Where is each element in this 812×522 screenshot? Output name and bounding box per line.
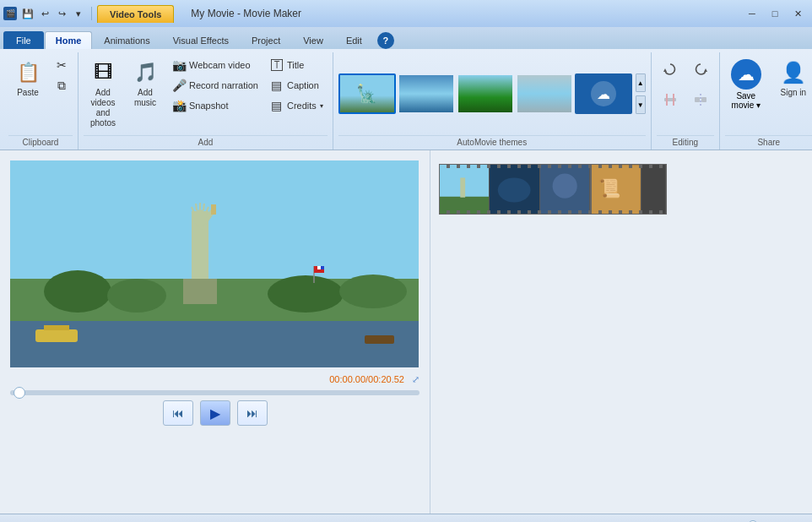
share-label: Share	[725, 135, 812, 150]
tab-edit[interactable]: Edit	[335, 31, 373, 49]
app-title: My Movie - Movie Maker	[177, 4, 315, 23]
help-button[interactable]: ?	[377, 32, 394, 49]
clipboard-content: 📋 Paste ✂ ⧉	[8, 52, 73, 135]
window-controls: ─ □ ✕	[741, 6, 809, 21]
zoom-in-button[interactable]: ⊕	[788, 518, 805, 523]
add-group: 🎞 Add videosand photos 🎵 Add music 📷 Web…	[78, 52, 333, 150]
copy-icon: ⧉	[55, 79, 68, 92]
redo-quick-btn[interactable]: ↪	[54, 6, 69, 21]
frame-4: 📜	[592, 165, 641, 215]
caption-button[interactable]: ▤ Caption	[266, 76, 328, 95]
caption-icon: ▤	[270, 79, 284, 92]
editing-label: Editing	[657, 135, 714, 150]
credits-button[interactable]: ▤ Credits ▾	[266, 96, 328, 115]
minimize-button[interactable]: ─	[741, 6, 763, 21]
add-videos-button[interactable]: 🎞 Add videosand photos	[84, 56, 122, 132]
themes-scroll-up[interactable]: ▲	[636, 73, 646, 92]
trim-button[interactable]	[657, 86, 684, 113]
record-narration-label: Record narration	[189, 80, 258, 90]
cut-button[interactable]: ✂	[51, 56, 73, 74]
add-content: 🎞 Add videosand photos 🎵 Add music 📷 Web…	[84, 52, 328, 135]
film-perforations-top-2	[592, 165, 666, 168]
svg-rect-31	[321, 266, 324, 269]
ribbon-content: 📋 Paste ✂ ⧉ Clipboard 🎞 Add	[0, 49, 812, 150]
frame-2	[490, 165, 539, 215]
svg-rect-15	[211, 204, 216, 215]
svg-rect-30	[317, 266, 321, 269]
status-right: ⊞ ⊖ ⊕	[675, 518, 805, 523]
snapshot-button[interactable]: 📸 Snapshot	[168, 96, 263, 115]
play-button[interactable]: ▶	[200, 400, 230, 426]
themes-scroll-down[interactable]: ▼	[636, 95, 646, 114]
film-clip-1[interactable]	[439, 164, 591, 215]
automovie-group: 🗽	[333, 52, 652, 150]
split-button[interactable]	[687, 86, 714, 113]
preview-pane: 00:00.00/00:20.52 ⤢ ⏮ ▶ ⏭	[0, 150, 430, 514]
theme-2[interactable]	[398, 73, 455, 114]
paste-button[interactable]: 📋 Paste	[8, 56, 47, 101]
save-movie-button[interactable]: ☁ Savemovie ▾	[725, 56, 767, 113]
svg-point-24	[268, 275, 344, 313]
cloud-save-icon: ☁	[731, 59, 761, 90]
main-content: 00:00.00/00:20.52 ⤢ ⏮ ▶ ⏭	[0, 150, 812, 514]
qa-dropdown-btn[interactable]: ▾	[71, 6, 86, 21]
credits-label: Credits	[287, 101, 317, 111]
theme-5-selected[interactable]: ☁	[575, 73, 632, 114]
title-button[interactable]: 🅃 Title	[266, 56, 328, 74]
sign-in-label: Sign in	[780, 88, 806, 98]
svg-rect-27	[44, 325, 69, 330]
next-frame-button[interactable]: ⏭	[237, 400, 268, 426]
add-small-group: 📷 Webcam video 🎤 Record narration 📸 Snap…	[168, 56, 263, 115]
preview-video	[10, 160, 419, 367]
editing-content	[657, 52, 714, 135]
storyboard-pane: 📜	[430, 150, 812, 514]
film-clip-2[interactable]: 📜	[591, 164, 667, 215]
expand-icon[interactable]: ⤢	[412, 374, 420, 384]
ribbon: File Home Animations Visual Effects Proj…	[0, 27, 812, 150]
film-perforations-top	[440, 165, 590, 168]
tab-home[interactable]: Home	[45, 31, 93, 49]
svg-point-23	[107, 279, 166, 313]
caption-label: Caption	[287, 80, 319, 90]
maximize-button[interactable]: □	[764, 6, 786, 21]
webcam-icon: 📷	[172, 58, 186, 72]
preview-controls: 00:00.00/00:20.52 ⤢ ⏮ ▶ ⏭	[10, 374, 420, 426]
record-narration-button[interactable]: 🎤 Record narration	[168, 76, 263, 95]
sign-in-button[interactable]: 👤 Sign in	[774, 56, 812, 101]
share-content: ☁ Savemovie ▾ 👤 Sign in	[725, 52, 812, 135]
save-quick-btn[interactable]: 💾	[20, 6, 35, 21]
seek-bar[interactable]	[10, 390, 420, 395]
ribbon-tabs: File Home Animations Visual Effects Proj…	[0, 27, 812, 49]
theme-1[interactable]: 🗽	[338, 73, 396, 114]
tab-view[interactable]: View	[292, 31, 334, 49]
copy-button[interactable]: ⧉	[51, 76, 73, 95]
storyboard-view-button[interactable]: ⊞	[675, 518, 692, 523]
editing-group: Editing	[652, 52, 720, 150]
film-strip: 📜	[439, 164, 804, 215]
theme-3[interactable]	[457, 73, 514, 114]
tab-animations[interactable]: Animations	[93, 31, 160, 49]
total-time: 00:20.52	[368, 374, 404, 384]
prev-frame-button[interactable]: ⏮	[163, 400, 193, 426]
zoom-out-button[interactable]: ⊖	[697, 518, 714, 523]
tab-visual-effects[interactable]: Visual Effects	[162, 31, 240, 49]
rotate-right-button[interactable]	[687, 56, 714, 83]
video-frame	[10, 160, 419, 367]
film-perforations-bottom	[440, 210, 590, 214]
undo-quick-btn[interactable]: ↩	[37, 6, 52, 21]
theme-4[interactable]	[516, 73, 573, 114]
cut-icon: ✂	[55, 58, 68, 72]
rotate-left-button[interactable]	[657, 56, 684, 83]
credits-icon: ▤	[270, 99, 284, 112]
close-button[interactable]: ✕	[787, 6, 809, 21]
seek-thumb[interactable]	[14, 387, 25, 399]
svg-point-37	[498, 177, 531, 202]
svg-marker-0	[663, 68, 667, 72]
svg-rect-35	[460, 177, 465, 197]
svg-line-20	[203, 204, 204, 210]
svg-rect-26	[35, 329, 78, 342]
tab-project[interactable]: Project	[241, 31, 291, 49]
webcam-video-button[interactable]: 📷 Webcam video	[168, 56, 263, 74]
add-music-button[interactable]: 🎵 Add music	[126, 56, 165, 111]
tab-file[interactable]: File	[3, 31, 44, 49]
